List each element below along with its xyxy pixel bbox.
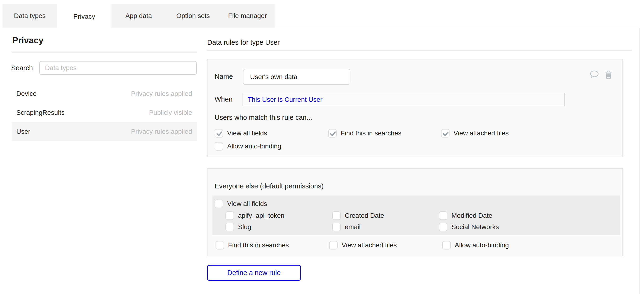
tab-bar: Data types Privacy App data Option sets … [2, 4, 275, 28]
perm-allow-auto-binding[interactable]: Allow auto-binding [214, 142, 281, 151]
tab-label: Option sets [176, 12, 210, 20]
datatype-name: ScrapingResults [16, 109, 64, 116]
perm-label: Allow auto-binding [227, 143, 281, 150]
perm-label: View attached files [454, 129, 509, 137]
checkbox-icon[interactable] [216, 241, 224, 249]
tab-privacy[interactable]: Privacy [57, 4, 112, 29]
checkbox-icon[interactable] [442, 241, 451, 249]
perm-label: Allow auto-binding [455, 241, 509, 249]
field-label: Created Date [345, 212, 384, 219]
default-permissions-card: Everyone else (default permissions) View… [207, 168, 623, 256]
field-label: email [345, 223, 360, 231]
datatype-status: Publicly visible [149, 109, 192, 116]
privacy-settings-screen: Data types Privacy App data Option sets … [0, 0, 644, 294]
checkbox-icon[interactable] [214, 200, 223, 208]
trash-icon[interactable] [604, 69, 613, 79]
default-permissions-title: Everyone else (default permissions) [214, 182, 324, 190]
perm-view-attached-files[interactable]: View attached files [441, 129, 509, 138]
checkbox-icon[interactable] [214, 129, 223, 138]
tab-label: File manager [228, 12, 267, 20]
checkbox-icon[interactable] [332, 223, 341, 231]
rule-subtitle: Users who match this rule can... [214, 114, 312, 121]
field-label: Modified Date [452, 212, 492, 219]
field-label: Social Networks [452, 223, 499, 231]
field-label: Slug [238, 223, 251, 231]
perm-label: View attached files [342, 241, 397, 249]
datatype-name: Device [16, 90, 37, 98]
data-rules-header: Data rules for type User [207, 39, 280, 46]
tab-label: App data [126, 12, 152, 20]
field-social-networks[interactable]: Social Networks [439, 223, 499, 231]
content-right-border [639, 28, 640, 294]
field-slug[interactable]: Slug [226, 223, 251, 231]
tab-data-types[interactable]: Data types [2, 4, 57, 28]
search-label: Search [11, 64, 33, 72]
tab-file-manager[interactable]: File manager [220, 4, 275, 28]
define-new-rule-button[interactable]: Define a new rule [207, 265, 301, 281]
field-created-date[interactable]: Created Date [332, 211, 384, 220]
checkbox-icon[interactable] [441, 129, 450, 138]
tab-label: Privacy [73, 13, 95, 20]
field-email[interactable]: email [332, 223, 360, 231]
name-label: Name [214, 73, 233, 81]
rule-name-input[interactable] [243, 69, 350, 85]
checkbox-icon[interactable] [439, 223, 448, 231]
when-condition-box[interactable]: This User is Current User [242, 93, 565, 106]
sidebar-divider [12, 52, 197, 53]
list-item-user[interactable]: User Privacy rules applied [12, 122, 197, 141]
field-label: apify_api_token [238, 212, 284, 219]
comment-icon[interactable] [589, 69, 600, 80]
perm-label: View all fields [227, 129, 267, 137]
perm-view-all-fields[interactable]: View all fields [214, 129, 267, 138]
main-divider [207, 50, 632, 51]
perm-label: Find this in searches [228, 241, 289, 249]
checkbox-icon[interactable] [328, 129, 337, 138]
checkbox-icon[interactable] [329, 241, 338, 249]
checkbox-icon[interactable] [226, 211, 234, 220]
when-condition-text: This User is Current User [248, 96, 322, 103]
datatype-name: User [16, 128, 30, 135]
field-apify-api-token[interactable]: apify_api_token [226, 211, 284, 220]
tab-label: Data types [14, 12, 46, 20]
datatype-status: Privacy rules applied [131, 128, 192, 135]
list-item-device[interactable]: Device Privacy rules applied [12, 84, 197, 103]
default-view-all-fields[interactable]: View all fields [214, 200, 267, 208]
perm-label: View all fields [227, 200, 267, 208]
perm-label: Find this in searches [341, 129, 402, 137]
rule-card: Name When This User is Curr [207, 59, 623, 157]
page-title: Privacy [12, 36, 44, 46]
perm-find-in-searches[interactable]: Find this in searches [328, 129, 402, 138]
list-item-scrapingresults[interactable]: ScrapingResults Publicly visible [12, 103, 197, 122]
field-modified-date[interactable]: Modified Date [439, 211, 492, 220]
checkbox-icon[interactable] [439, 211, 448, 220]
tab-option-sets[interactable]: Option sets [166, 4, 220, 28]
default-allow-auto-binding[interactable]: Allow auto-binding [442, 241, 509, 249]
when-label: When [214, 95, 232, 103]
default-view-attached-files[interactable]: View attached files [329, 241, 397, 249]
checkbox-icon[interactable] [226, 223, 234, 231]
checkbox-icon[interactable] [214, 142, 223, 151]
default-find-in-searches[interactable]: Find this in searches [216, 241, 289, 249]
rule-actions [589, 69, 613, 80]
datatype-status: Privacy rules applied [131, 90, 192, 98]
search-input[interactable] [39, 61, 197, 75]
tab-app-data[interactable]: App data [112, 4, 166, 28]
checkbox-icon[interactable] [332, 211, 341, 220]
